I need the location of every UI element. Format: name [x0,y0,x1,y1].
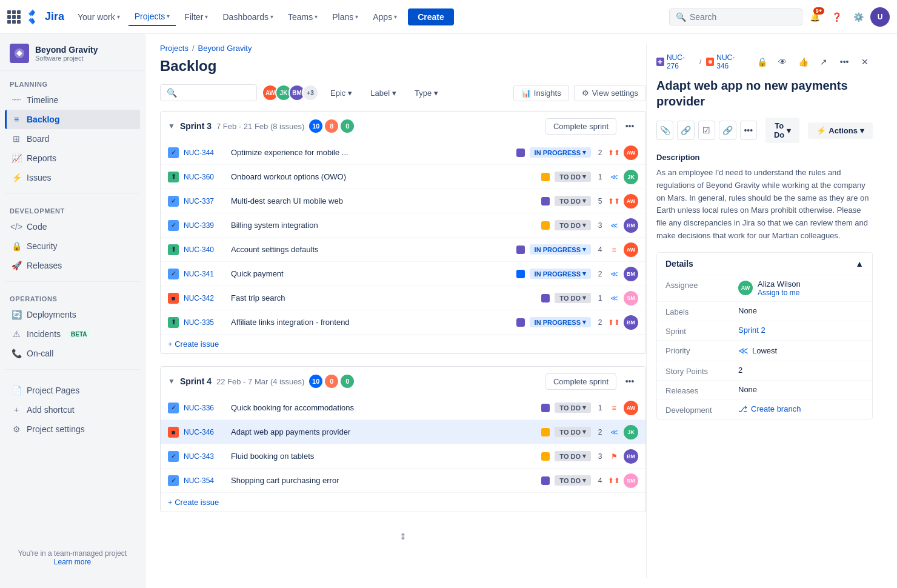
detail-watch-button[interactable]: 👁 [775,53,790,70]
projects-breadcrumb-link[interactable]: Projects [160,44,188,53]
sidebar-item-timeline[interactable]: 〰 Timeline [5,90,140,110]
complete-sprint-4-button[interactable]: Complete sprint [545,373,616,390]
apps-nav[interactable]: Apps ▾ [367,8,403,25]
assign-to-me-link[interactable]: Assign to me [758,289,801,297]
sidebar-item-board[interactable]: ⊞ Board [5,129,140,149]
insights-button[interactable]: 📊 Insights [513,85,569,101]
create-button[interactable]: Create [408,8,454,25]
sidebar-item-code[interactable]: </> Code [5,217,140,236]
app-logo[interactable]: Jira [7,8,64,25]
detail-like-button[interactable]: 👍 [795,53,811,70]
label-filter[interactable]: Label ▾ [364,85,403,101]
issue-status[interactable]: IN PROGRESS ▾ [530,147,591,158]
detail-status-button[interactable]: To Do ▾ [765,118,799,143]
issue-status[interactable]: TO DO ▾ [555,451,591,461]
detail-link-icon[interactable]: 🔗 [719,121,736,140]
issue-key: NUC-335 [184,318,226,327]
project-info: Beyond Gravity Software project [35,45,98,62]
backlog-search[interactable]: 🔍 [160,84,257,101]
issue-status[interactable]: TO DO ▾ [555,403,591,413]
issue-row[interactable]: ✓ NUC-336 Quick booking for accommodatio… [161,396,645,420]
sidebar-item-incidents[interactable]: ⚠ Incidents BETA [5,324,140,344]
detail-share-button[interactable]: ↗ [816,53,832,70]
details-header[interactable]: Details ▲ [657,253,872,275]
story-points: 1 [596,294,604,302]
issue-row[interactable]: ✓ NUC-341 Quick payment IN PROGRESS ▾ 2 … [161,262,645,286]
sidebar-item-project-pages[interactable]: 📄 Project Pages [5,381,140,400]
detail-parent-key[interactable]: NUC-276 [656,53,695,70]
type-filter[interactable]: Type ▾ [408,85,445,101]
profile-avatar[interactable]: U [870,7,890,27]
detail-issue-key[interactable]: NUC-346 [706,53,744,70]
sidebar-item-project-settings[interactable]: ⚙ Project settings [5,419,140,439]
epic-filter[interactable]: Epic ▾ [324,85,359,101]
detail-lock-button[interactable]: 🔒 [754,53,770,70]
sprint-4-header[interactable]: ▼ Sprint 4 22 Feb - 7 Mar (4 issues) 10 … [161,367,645,396]
issue-row[interactable]: ⬆ NUC-360 Onboard workout options (OWO) … [161,165,645,189]
create-branch-link[interactable]: ⎇ Create branch [738,404,864,413]
project-breadcrumb-link[interactable]: Beyond Gravity [198,44,252,53]
issue-status[interactable]: IN PROGRESS ▾ [530,269,591,279]
detail-checklist-icon[interactable]: ☑ [698,121,715,140]
sidebar-item-add-shortcut[interactable]: + Add shortcut [5,400,140,419]
sidebar-item-deployments[interactable]: 🔄 Deployments [5,305,140,324]
issue-row[interactable]: ⬆ NUC-340 Account settings defaults IN P… [161,238,645,262]
board-icon: ⊞ [11,133,22,144]
detail-more-actions-icon[interactable]: ••• [740,121,757,140]
issue-color-dot [516,149,525,157]
filter-nav[interactable]: Filter ▾ [178,8,214,25]
issue-row[interactable]: ✓ NUC-344 Optimize experience for mobile… [161,141,645,165]
issue-status[interactable]: TO DO ▾ [555,475,591,486]
issue-status[interactable]: TO DO ▾ [555,427,591,437]
sprint-3-badges: 10 8 0 [309,119,354,133]
create-issue-sprint3[interactable]: + Create issue [161,335,645,353]
issue-row[interactable]: ✓ NUC-337 Multi-dest search UI mobile we… [161,189,645,213]
sprint-3-header[interactable]: ▼ Sprint 3 7 Feb - 21 Feb (8 issues) 10 … [161,112,645,141]
dashboards-nav[interactable]: Dashboards ▾ [216,8,279,25]
settings-button[interactable]: ⚙️ [849,7,868,27]
issue-row[interactable]: ■ NUC-342 Fast trip search TO DO ▾ 1 ≪ S… [161,286,645,310]
issue-status[interactable]: TO DO ▾ [555,220,591,230]
issue-status[interactable]: IN PROGRESS ▾ [530,317,591,327]
avatar-extra[interactable]: +3 [302,84,319,101]
notifications-button[interactable]: 🔔 9+ [805,7,824,27]
detail-actions-button[interactable]: ⚡ Actions ▾ [808,122,873,139]
sidebar-item-security[interactable]: 🔒 Security [5,236,140,256]
issue-row[interactable]: ✓ NUC-343 Fluid booking on tablets TO DO… [161,444,645,469]
view-settings-button[interactable]: ⚙ View settings [574,85,646,101]
issue-row[interactable]: ⬆ NUC-335 Affiliate links integration - … [161,310,645,335]
teams-nav[interactable]: Teams ▾ [282,8,324,25]
sprint-value[interactable]: Sprint 2 [738,326,864,335]
issue-status[interactable]: TO DO ▾ [555,293,591,303]
issue-row[interactable]: ✓ NUC-354 Shopping cart purchasing error… [161,469,645,493]
releases-icon: 🚀 [11,260,22,271]
sidebar-item-reports[interactable]: 📈 Reports [5,149,140,168]
detail-close-button[interactable]: ✕ [857,53,873,70]
search-box[interactable]: 🔍 Search [669,8,802,25]
story-points: 3 [596,452,604,461]
sidebar-item-backlog[interactable]: ≡ Backlog [5,110,140,129]
create-issue-sprint4[interactable]: + Create issue [161,493,645,512]
detail-attachment-icon[interactable]: 📎 [656,121,673,140]
issue-status[interactable]: TO DO ▾ [555,196,591,206]
issue-status[interactable]: TO DO ▾ [555,172,591,182]
detail-more-button[interactable]: ••• [836,53,852,70]
issue-row[interactable]: ✓ NUC-339 Billing system integration TO … [161,213,645,238]
sprint-4-issues: ✓ NUC-336 Quick booking for accommodatio… [161,396,645,493]
issue-row[interactable]: ■ NUC-346 Adapt web app payments provide… [161,420,645,444]
issue-status[interactable]: IN PROGRESS ▾ [530,244,591,255]
detail-diagram-icon[interactable]: 🔗 [677,121,694,140]
sprint-3-menu-button[interactable]: ••• [621,118,638,135]
help-button[interactable]: ❓ [827,7,846,27]
sprint-4-menu-button[interactable]: ••• [621,373,638,390]
your-work-nav[interactable]: Your work ▾ [72,8,126,25]
projects-nav[interactable]: Projects ▾ [128,8,176,26]
complete-sprint-3-button[interactable]: Complete sprint [545,118,616,135]
sprint-badge-orange: 0 [325,375,338,388]
learn-more-link[interactable]: Learn more [54,558,91,566]
sidebar-item-releases[interactable]: 🚀 Releases [5,256,140,275]
plans-nav[interactable]: Plans ▾ [326,8,364,25]
labels-field: Labels None [657,301,872,321]
sidebar-item-oncall[interactable]: 📞 On-call [5,344,140,363]
sidebar-item-issues[interactable]: ⚡ Issues [5,168,140,187]
